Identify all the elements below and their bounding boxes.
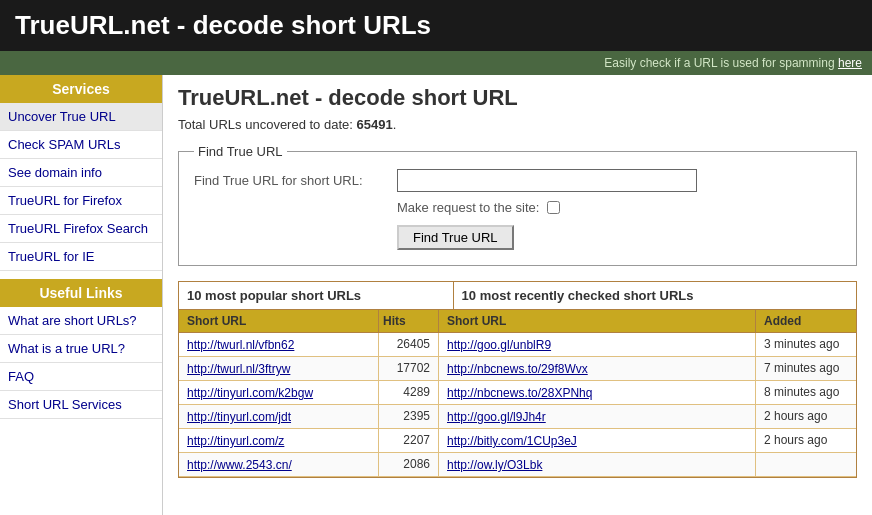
- submit-row: Find True URL: [397, 225, 841, 250]
- header: TrueURL.net - decode short URLs: [0, 0, 872, 51]
- cell-left-url: http://twurl.nl/vfbn62: [179, 333, 379, 356]
- layout: Services Uncover True URL Check SPAM URL…: [0, 75, 872, 515]
- total-count-prefix: Total URLs uncovered to date:: [178, 117, 357, 132]
- cell-left-url: http://www.2543.cn/: [179, 453, 379, 476]
- cell-right-url: http://bitly.com/1CUp3eJ: [439, 429, 756, 452]
- sidebar-item-faq[interactable]: FAQ: [0, 363, 162, 391]
- left-url-link[interactable]: http://tinyurl.com/jdt: [187, 410, 291, 424]
- cell-added: 2 hours ago: [756, 429, 856, 452]
- cell-added: 7 minutes ago: [756, 357, 856, 380]
- cell-added: 3 minutes ago: [756, 333, 856, 356]
- spam-bar-link[interactable]: here: [838, 56, 862, 70]
- sidebar-item-what-is-true-url[interactable]: What is a true URL?: [0, 335, 162, 363]
- spam-bar: Easily check if a URL is used for spammi…: [0, 51, 872, 75]
- col-header-added: Added: [756, 310, 856, 332]
- sidebar-item-see-domain-info[interactable]: See domain info: [0, 159, 162, 187]
- cell-hits: 17702: [379, 357, 439, 380]
- left-url-link[interactable]: http://twurl.nl/3ftryw: [187, 362, 290, 376]
- page-title: TrueURL.net - decode short URL: [178, 85, 857, 111]
- cell-left-url: http://tinyurl.com/jdt: [179, 405, 379, 428]
- col-header-hits: Hits: [379, 310, 439, 332]
- url-table-section: 10 most popular short URLs 10 most recen…: [178, 281, 857, 478]
- sidebar: Services Uncover True URL Check SPAM URL…: [0, 75, 163, 515]
- cell-left-url: http://twurl.nl/3ftryw: [179, 357, 379, 380]
- left-url-link[interactable]: http://tinyurl.com/k2bgw: [187, 386, 313, 400]
- useful-links-section-header: Useful Links: [0, 279, 162, 307]
- col-header-short-url-left: Short URL: [179, 310, 379, 332]
- cell-left-url: http://tinyurl.com/k2bgw: [179, 381, 379, 404]
- table-row: http://twurl.nl/3ftryw 17702 http://nbcn…: [179, 357, 856, 381]
- cell-added: [756, 453, 856, 476]
- table-right-header: 10 most recently checked short URLs: [454, 282, 856, 309]
- table-row: http://tinyurl.com/k2bgw 4289 http://nbc…: [179, 381, 856, 405]
- table-left-header: 10 most popular short URLs: [179, 282, 454, 309]
- sidebar-item-trueurl-firefox-search[interactable]: TrueURL Firefox Search: [0, 215, 162, 243]
- cell-hits: 2086: [379, 453, 439, 476]
- header-title: TrueURL.net - decode short URLs: [15, 10, 857, 41]
- right-url-link[interactable]: http://ow.ly/O3Lbk: [447, 458, 542, 472]
- left-url-link[interactable]: http://www.2543.cn/: [187, 458, 292, 472]
- url-input-label: Find True URL for short URL:: [194, 173, 389, 188]
- cell-right-url: http://nbcnews.to/28XPNhq: [439, 381, 756, 404]
- right-url-link[interactable]: http://goo.gl/l9Jh4r: [447, 410, 546, 424]
- table-col-headers: Short URL Hits Short URL Added: [179, 310, 856, 333]
- sidebar-item-what-are-short-urls[interactable]: What are short URLs?: [0, 307, 162, 335]
- table-row: http://twurl.nl/vfbn62 26405 http://goo.…: [179, 333, 856, 357]
- cell-added: 2 hours ago: [756, 405, 856, 428]
- right-url-link[interactable]: http://nbcnews.to/29f8Wvx: [447, 362, 588, 376]
- right-url-link[interactable]: http://bitly.com/1CUp3eJ: [447, 434, 577, 448]
- sidebar-item-check-spam-urls[interactable]: Check SPAM URLs: [0, 131, 162, 159]
- sidebar-item-trueurl-for-ie[interactable]: TrueURL for IE: [0, 243, 162, 271]
- table-rows-container: http://twurl.nl/vfbn62 26405 http://goo.…: [179, 333, 856, 477]
- find-true-url-fieldset: Find True URL Find True URL for short UR…: [178, 144, 857, 266]
- left-url-link[interactable]: http://tinyurl.com/z: [187, 434, 284, 448]
- spam-bar-text: Easily check if a URL is used for spammi…: [604, 56, 838, 70]
- find-true-url-button[interactable]: Find True URL: [397, 225, 514, 250]
- total-count-suffix: .: [393, 117, 397, 132]
- cell-hits: 2395: [379, 405, 439, 428]
- table-row: http://tinyurl.com/z 2207 http://bitly.c…: [179, 429, 856, 453]
- col-header-short-url-right: Short URL: [439, 310, 756, 332]
- make-request-row: Make request to the site:: [397, 200, 841, 215]
- total-count-value: 65491: [357, 117, 393, 132]
- main-content: TrueURL.net - decode short URL Total URL…: [163, 75, 872, 515]
- table-row: http://tinyurl.com/jdt 2395 http://goo.g…: [179, 405, 856, 429]
- make-request-label: Make request to the site:: [397, 200, 539, 215]
- cell-hits: 2207: [379, 429, 439, 452]
- left-url-link[interactable]: http://twurl.nl/vfbn62: [187, 338, 294, 352]
- make-request-checkbox[interactable]: [547, 201, 560, 214]
- sidebar-item-trueurl-for-firefox[interactable]: TrueURL for Firefox: [0, 187, 162, 215]
- cell-right-url: http://goo.gl/unblR9: [439, 333, 756, 356]
- url-input-row: Find True URL for short URL:: [194, 169, 841, 192]
- url-input[interactable]: [397, 169, 697, 192]
- right-url-link[interactable]: http://goo.gl/unblR9: [447, 338, 551, 352]
- sidebar-item-uncover-true-url[interactable]: Uncover True URL: [0, 103, 162, 131]
- sidebar-item-short-url-services[interactable]: Short URL Services: [0, 391, 162, 419]
- cell-right-url: http://ow.ly/O3Lbk: [439, 453, 756, 476]
- cell-added: 8 minutes ago: [756, 381, 856, 404]
- table-row: http://www.2543.cn/ 2086 http://ow.ly/O3…: [179, 453, 856, 477]
- cell-hits: 4289: [379, 381, 439, 404]
- table-main-header: 10 most popular short URLs 10 most recen…: [179, 282, 856, 310]
- cell-right-url: http://nbcnews.to/29f8Wvx: [439, 357, 756, 380]
- cell-hits: 26405: [379, 333, 439, 356]
- services-section-header: Services: [0, 75, 162, 103]
- total-count: Total URLs uncovered to date: 65491.: [178, 117, 857, 132]
- cell-left-url: http://tinyurl.com/z: [179, 429, 379, 452]
- find-fieldset-legend: Find True URL: [194, 144, 287, 159]
- cell-right-url: http://goo.gl/l9Jh4r: [439, 405, 756, 428]
- right-url-link[interactable]: http://nbcnews.to/28XPNhq: [447, 386, 592, 400]
